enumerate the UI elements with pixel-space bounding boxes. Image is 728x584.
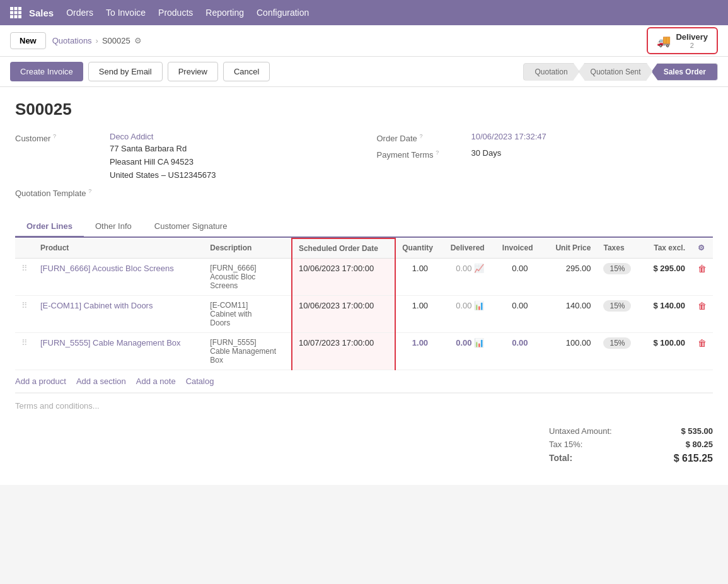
- nav-items: Orders To Invoice Products Reporting Con…: [66, 5, 309, 20]
- table-row: ⠿ [FURN_5555] Cable Management Box [FURN…: [15, 332, 713, 370]
- th-handle: [15, 238, 34, 259]
- tax-excl-cell: $ 295.00: [642, 258, 691, 295]
- nav-reporting[interactable]: Reporting: [205, 5, 244, 20]
- customer-label: Customer ?: [15, 132, 103, 143]
- settings-icon[interactable]: ⚙: [698, 243, 705, 252]
- chart-icon: 📊: [474, 301, 484, 310]
- customer-name[interactable]: Deco Addict: [110, 132, 216, 141]
- breadcrumb-root[interactable]: Quotations: [52, 36, 92, 45]
- taxes-cell[interactable]: 15%: [597, 332, 642, 370]
- svg-rect-6: [10, 15, 13, 18]
- status-sales-order[interactable]: Sales Order: [652, 63, 718, 81]
- delivered-value: 0.00: [456, 338, 471, 347]
- table-row: ⠿ [E-COM11] Cabinet with Doors [E-COM11]…: [15, 295, 713, 332]
- send-by-email-button[interactable]: Send by Email: [88, 62, 163, 81]
- cancel-button[interactable]: Cancel: [223, 62, 270, 81]
- th-unit-price: Unit Price: [544, 238, 597, 259]
- gear-icon[interactable]: ⚙: [134, 36, 142, 45]
- nav-configuration[interactable]: Configuration: [257, 5, 309, 20]
- create-invoice-button[interactable]: Create Invoice: [10, 62, 83, 81]
- product-link[interactable]: [FURN_5555] Cable Management Box: [40, 338, 181, 347]
- breadcrumb-bar: New Quotations › S00025 ⚙ 🚚 Delivery 2: [0, 25, 728, 57]
- tax-badge[interactable]: 15%: [603, 337, 631, 349]
- nav-to-invoice[interactable]: To Invoice: [106, 5, 146, 20]
- app-name[interactable]: Sales: [29, 8, 54, 18]
- tab-other-info[interactable]: Other Info: [84, 216, 143, 238]
- quantity-cell[interactable]: 1.00: [395, 258, 444, 295]
- product-cell: [FURN_5555] Cable Management Box: [34, 332, 204, 370]
- preview-button[interactable]: Preview: [168, 62, 218, 81]
- tax-label: Tax 15%:: [549, 440, 582, 449]
- delete-cell[interactable]: 🗑: [691, 295, 713, 332]
- terms-placeholder[interactable]: Terms and conditions...: [15, 401, 100, 411]
- add-section-link[interactable]: Add a section: [76, 377, 126, 386]
- payment-terms-row: Payment Terms ? 30 Days: [377, 148, 714, 160]
- delivery-button[interactable]: 🚚 Delivery 2: [647, 27, 718, 54]
- status-quotation-sent[interactable]: Quotation Sent: [579, 63, 653, 81]
- quantity-cell[interactable]: 1.00: [395, 332, 444, 370]
- nav-orders[interactable]: Orders: [66, 5, 93, 20]
- customer-row: Customer ? Deco Addict 77 Santa Barbara …: [15, 132, 352, 182]
- th-scheduled-date: Scheduled Order Date: [292, 238, 395, 259]
- tabs: Order Lines Other Info Customer Signatur…: [15, 216, 713, 238]
- total-label: Total:: [549, 453, 572, 464]
- totals-total: Total: $ 615.25: [549, 451, 713, 466]
- untaxed-label: Untaxed Amount:: [549, 426, 612, 436]
- add-note-link[interactable]: Add a note: [136, 377, 176, 386]
- status-quotation[interactable]: Quotation: [523, 63, 580, 81]
- delete-icon[interactable]: 🗑: [698, 264, 707, 274]
- invoiced-value: 0.00: [512, 301, 528, 310]
- delete-icon[interactable]: 🗑: [698, 301, 707, 311]
- breadcrumb-separator: ›: [96, 36, 98, 45]
- tax-excl-cell: $ 140.00: [642, 295, 691, 332]
- table-row: ⠿ [FURN_6666] Acoustic Bloc Screens [FUR…: [15, 258, 713, 295]
- app-grid-icon[interactable]: [10, 7, 21, 18]
- catalog-link[interactable]: Catalog: [186, 377, 214, 386]
- drag-handle[interactable]: ⠿: [15, 258, 34, 295]
- tab-customer-signature[interactable]: Customer Signature: [143, 216, 239, 238]
- main-content: S00025 Customer ? Deco Addict 77 Santa B…: [0, 87, 728, 485]
- tax-value: $ 80.25: [686, 440, 713, 449]
- invoiced-value: 0.00: [512, 264, 528, 273]
- nav-products[interactable]: Products: [158, 5, 193, 20]
- tab-order-lines[interactable]: Order Lines: [15, 216, 84, 238]
- delete-icon[interactable]: 🗑: [698, 338, 707, 348]
- scheduled-date-cell[interactable]: 10/06/2023 17:00:00: [292, 258, 395, 295]
- scheduled-date-cell[interactable]: 10/06/2023 17:00:00: [292, 295, 395, 332]
- invoiced-cell: 0.00: [496, 295, 544, 332]
- invoiced-cell: 0.00: [496, 258, 544, 295]
- drag-handle[interactable]: ⠿: [15, 295, 34, 332]
- svg-rect-7: [14, 15, 18, 18]
- totals-tax: Tax 15%: $ 80.25: [549, 438, 713, 451]
- unit-price-cell[interactable]: 295.00: [544, 258, 597, 295]
- quantity-cell[interactable]: 1.00: [395, 295, 444, 332]
- tax-badge[interactable]: 15%: [603, 300, 631, 312]
- delivery-count: 2: [676, 42, 708, 49]
- unit-price-cell[interactable]: 140.00: [544, 295, 597, 332]
- delete-cell[interactable]: 🗑: [691, 258, 713, 295]
- order-date-row: Order Date ? 10/06/2023 17:32:47: [377, 132, 714, 143]
- add-product-link[interactable]: Add a product: [15, 377, 66, 386]
- svg-rect-2: [18, 7, 21, 10]
- payment-terms-label: Payment Terms ?: [377, 148, 465, 160]
- th-delivered: Delivered: [444, 238, 496, 259]
- template-label: Quotation Template ?: [15, 187, 103, 198]
- breadcrumb-left: New Quotations › S00025 ⚙: [10, 32, 142, 49]
- taxes-cell[interactable]: 15%: [597, 258, 642, 295]
- th-taxes: Taxes: [597, 238, 642, 259]
- payment-terms-value[interactable]: 30 Days: [471, 148, 502, 158]
- th-product: Product: [34, 238, 204, 259]
- delete-cell[interactable]: 🗑: [691, 332, 713, 370]
- drag-handle[interactable]: ⠿: [15, 332, 34, 370]
- product-link[interactable]: [FURN_6666] Acoustic Bloc Screens: [40, 264, 174, 273]
- tax-badge[interactable]: 15%: [603, 263, 631, 274]
- th-tax-excl: Tax excl.: [642, 238, 691, 259]
- scheduled-date-cell[interactable]: 10/07/2023 17:00:00: [292, 332, 395, 370]
- order-date-value[interactable]: 10/06/2023 17:32:47: [471, 132, 546, 141]
- product-link[interactable]: [E-COM11] Cabinet with Doors: [40, 301, 153, 310]
- invoiced-cell: 0.00: [496, 332, 544, 370]
- new-button[interactable]: New: [10, 32, 46, 49]
- unit-price-cell[interactable]: 100.00: [544, 332, 597, 370]
- taxes-cell[interactable]: 15%: [597, 295, 642, 332]
- chart-icon: 📊: [474, 338, 484, 347]
